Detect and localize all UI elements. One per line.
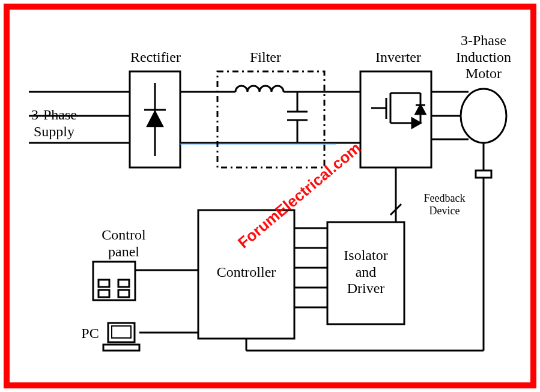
svg-rect-47 — [99, 280, 109, 287]
controller-label: Controller — [204, 264, 288, 281]
feedback-label: FeedbackDevice — [414, 192, 475, 217]
svg-rect-10 — [217, 71, 324, 167]
svg-rect-32 — [476, 170, 491, 178]
svg-rect-54 — [103, 345, 139, 351]
motor-label: 3-PhaseInductionMotor — [444, 32, 523, 82]
rectifier-label: Rectifier — [123, 49, 189, 66]
svg-rect-49 — [99, 290, 109, 297]
pc-label: PC — [78, 325, 102, 342]
svg-rect-48 — [118, 280, 129, 287]
filter-label: Filter — [235, 49, 296, 66]
svg-rect-50 — [118, 290, 129, 297]
diagram-frame: 3-PhaseSupply Rectifier Filter Inverter … — [0, 0, 540, 392]
supply-label: 3-PhaseSupply — [24, 107, 84, 140]
svg-rect-53 — [112, 326, 131, 338]
svg-point-30 — [461, 89, 506, 143]
inverter-label: Inverter — [365, 49, 431, 66]
isolator-driver-label: IsolatorandDriver — [330, 247, 401, 297]
control-panel-label: Controlpanel — [94, 227, 154, 260]
